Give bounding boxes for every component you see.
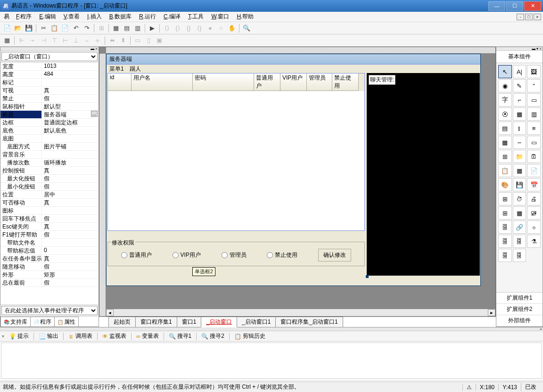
align-right[interactable]: ⊣ bbox=[38, 35, 49, 46]
doc-tab[interactable]: 起始页 bbox=[108, 317, 136, 327]
property-value[interactable]: 假 bbox=[42, 95, 99, 102]
property-value[interactable]: 真 bbox=[42, 255, 99, 262]
property-row[interactable]: 禁止假 bbox=[0, 95, 99, 103]
step3-button[interactable]: {} bbox=[183, 23, 194, 33]
grid-toggle[interactable]: ▦ bbox=[2, 35, 12, 46]
mdi-minimize[interactable]: - bbox=[517, 14, 524, 20]
radio-option[interactable]: 管理员 bbox=[222, 251, 247, 259]
minimize-button[interactable]: — bbox=[488, 1, 505, 11]
property-row[interactable]: 标记 bbox=[0, 79, 99, 87]
property-row[interactable]: 底图方式图片平铺 bbox=[0, 143, 99, 151]
bp2-button[interactable]: ○ bbox=[216, 23, 226, 33]
property-value[interactable]: 普通固定边框 bbox=[42, 119, 99, 126]
component-item[interactable]: ⊞ bbox=[498, 150, 512, 163]
component-item[interactable]: 🗓 bbox=[527, 150, 541, 163]
property-value[interactable]: 假 bbox=[42, 183, 99, 190]
chat-panel[interactable]: 聊天管理: bbox=[367, 73, 480, 276]
property-value[interactable]: 默认底色 bbox=[42, 127, 99, 134]
property-value[interactable]: 循环播放 bbox=[42, 159, 99, 166]
left-tab[interactable]: 📋属性 bbox=[54, 317, 79, 327]
component-item[interactable]: 🗄 bbox=[513, 235, 527, 248]
layout3-button[interactable]: ▥ bbox=[132, 23, 143, 33]
component-item[interactable]: 📅 bbox=[527, 178, 541, 191]
property-grid[interactable]: 宽度1013高度484标记可视真禁止假鼠标指针默认型标题服务器端边框普通固定边框… bbox=[0, 62, 99, 304]
property-row[interactable]: 帮助文件名 bbox=[0, 239, 99, 247]
property-value[interactable]: 真 bbox=[42, 223, 99, 230]
copy-button[interactable]: 📋 bbox=[49, 23, 59, 33]
column-header[interactable]: 管理员 bbox=[307, 74, 332, 91]
panel-close-icon[interactable]: × bbox=[95, 47, 98, 51]
property-row[interactable]: 位置居中 bbox=[0, 191, 99, 199]
property-value[interactable]: 默认型 bbox=[42, 103, 99, 110]
property-row[interactable]: 图标 bbox=[0, 207, 99, 215]
menu-item[interactable]: V.查看 bbox=[60, 13, 83, 20]
menu-item[interactable]: T.工具 bbox=[184, 13, 207, 20]
component-item[interactable]: ⚗ bbox=[527, 235, 541, 248]
property-row[interactable]: 可否移动真 bbox=[0, 199, 99, 207]
column-header[interactable]: id bbox=[108, 74, 132, 91]
column-header[interactable]: 密码 bbox=[193, 74, 254, 91]
property-row[interactable]: 最小化按钮假 bbox=[0, 183, 99, 191]
property-row[interactable]: 底图 bbox=[0, 135, 99, 143]
doc-tab[interactable]: 窗口程序集1 bbox=[135, 317, 177, 327]
component-item[interactable]: ≡ bbox=[527, 122, 541, 135]
form-menu-item[interactable]: 踢人 bbox=[130, 65, 141, 73]
component-item[interactable]: ▭ bbox=[527, 93, 541, 106]
find-button[interactable]: 🔍 bbox=[241, 23, 252, 33]
run-button[interactable]: ▶ bbox=[147, 23, 157, 33]
doc-tab[interactable]: _启动窗口 bbox=[201, 317, 237, 327]
paste-button[interactable]: 📄 bbox=[60, 23, 70, 33]
component-item[interactable]: 📄 bbox=[527, 164, 541, 177]
form-menu-item[interactable]: 菜单1 bbox=[109, 65, 124, 73]
component-item[interactable]: ⏱ bbox=[513, 192, 527, 205]
component-item[interactable]: " bbox=[527, 79, 541, 92]
menu-item[interactable]: F.程序 bbox=[12, 13, 35, 20]
column-header[interactable]: 普通用户 bbox=[254, 74, 280, 91]
property-value[interactable]: 484 bbox=[42, 71, 99, 78]
component-item[interactable]: 字 bbox=[498, 93, 512, 106]
open-button[interactable]: 📂 bbox=[13, 23, 23, 33]
output-tab[interactable]: 👁监视表 bbox=[99, 331, 129, 341]
property-row[interactable]: 帮助标志值0 bbox=[0, 247, 99, 255]
component-item[interactable]: 🗄 bbox=[498, 249, 512, 262]
property-value[interactable] bbox=[42, 151, 99, 158]
component-item[interactable]: 🗄 bbox=[513, 249, 527, 262]
property-row[interactable]: 标题服务器端 bbox=[0, 111, 99, 119]
property-value[interactable]: 真 bbox=[42, 87, 99, 94]
scroll-left-icon[interactable]: ◄ bbox=[106, 309, 114, 316]
component-item[interactable]: A| bbox=[513, 65, 527, 78]
property-row[interactable]: 最大化按钮假 bbox=[0, 175, 99, 183]
component-item[interactable]: 🖳 bbox=[527, 206, 541, 220]
property-value[interactable]: 0 bbox=[42, 247, 99, 254]
same-width[interactable]: ⬌ bbox=[107, 35, 117, 46]
property-row[interactable]: F1键打开帮助假 bbox=[0, 231, 99, 239]
panel-close-icon[interactable]: × bbox=[539, 47, 542, 51]
event-selector[interactable]: 在此处选择加入事件处理子程序 bbox=[1, 306, 98, 315]
bp-button[interactable]: ● bbox=[205, 23, 215, 33]
align-center-h[interactable]: ⫟ bbox=[27, 35, 38, 46]
property-row[interactable]: 底色默认底色 bbox=[0, 127, 99, 135]
design-form[interactable]: 服务器端 菜单1踢人 id用户名密码普通用户VIP用户管理员禁止使用 修改权限 … bbox=[106, 54, 481, 286]
bring-front[interactable]: ▣ bbox=[154, 35, 165, 46]
panel-menu-icon[interactable]: ▾ bbox=[536, 47, 538, 51]
component-item[interactable]: ▦ bbox=[513, 206, 527, 220]
component-item[interactable]: 🖨 bbox=[527, 192, 541, 205]
component-item[interactable]: ↖ bbox=[498, 65, 512, 78]
doc-tab[interactable]: 窗口1 bbox=[177, 317, 202, 327]
component-item[interactable]: ▤ bbox=[498, 122, 512, 135]
menu-item[interactable]: C.编译 bbox=[160, 13, 184, 20]
property-row[interactable]: 边框普通固定边框 bbox=[0, 119, 99, 127]
component-item[interactable]: ▦ bbox=[513, 164, 527, 177]
panel-pin-icon[interactable]: ▬ bbox=[532, 47, 535, 51]
output-tab[interactable]: 🔍搜寻1 bbox=[166, 331, 195, 341]
hand-button[interactable]: ✋ bbox=[227, 23, 237, 33]
layout1-button[interactable]: ▦ bbox=[111, 23, 121, 33]
component-item[interactable]: ⊞ bbox=[498, 206, 512, 220]
radio-option[interactable]: 普通用户 bbox=[121, 251, 152, 259]
align-left[interactable]: ⊩ bbox=[16, 35, 27, 46]
output-tab[interactable]: ∞变量表 bbox=[133, 331, 162, 341]
left-tab[interactable]: 📚支持库 bbox=[0, 317, 31, 327]
property-row[interactable]: 外形矩形 bbox=[0, 271, 99, 279]
center-h[interactable]: ▭ bbox=[132, 35, 143, 46]
component-item[interactable]: ⌐ bbox=[513, 93, 527, 106]
